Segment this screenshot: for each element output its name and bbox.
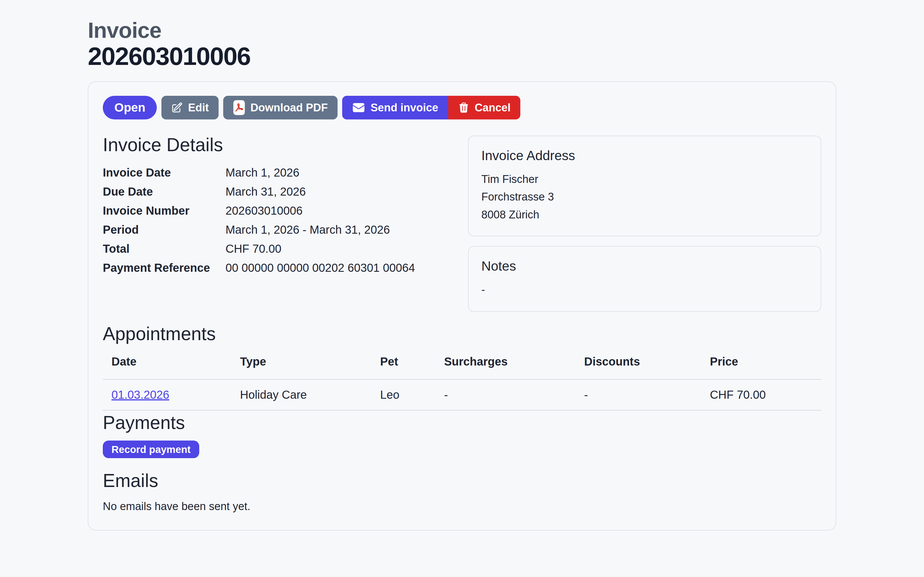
appointment-type-cell: Holiday Care (231, 379, 372, 410)
column-header-date: Date (103, 355, 231, 379)
send-invoice-button-label: Send invoice (370, 102, 438, 114)
invoice-address-heading: Invoice Address (481, 148, 808, 163)
detail-value: March 31, 2026 (226, 186, 306, 198)
detail-label: Invoice Number (103, 205, 226, 217)
payments-section: Payments Record payment (103, 413, 821, 458)
appointment-surcharges-cell: - (435, 379, 575, 410)
download-pdf-button[interactable]: Download PDF (223, 96, 338, 119)
appointments-section: Appointments Date Type Pet Surcharges Di… (103, 324, 821, 411)
appointments-header-row: Date Type Pet Surcharges Discounts Price (103, 355, 821, 379)
envelope-icon (352, 101, 365, 114)
emails-empty-message: No emails have been sent yet. (103, 500, 821, 513)
column-header-pet: Pet (372, 355, 435, 379)
address-line-city: 8008 Zürich (481, 206, 808, 224)
invoice-page: Invoice 202603010006 Open Edit (88, 0, 836, 530)
emails-section: Emails No emails have been sent yet. (103, 471, 821, 513)
detail-label: Invoice Date (103, 167, 226, 179)
detail-row-invoice-date: Invoice Date March 1, 2026 (103, 167, 453, 179)
invoice-address-card: Invoice Address Tim Fischer Forchstrasse… (468, 135, 821, 236)
notes-content: - (481, 281, 808, 299)
detail-value: March 1, 2026 - March 31, 2026 (226, 224, 390, 236)
invoice-detail-rows: Invoice Date March 1, 2026 Due Date Marc… (103, 167, 453, 274)
invoice-details-section: Invoice Details Invoice Date March 1, 20… (103, 135, 453, 312)
detail-label: Total (103, 243, 226, 255)
detail-label: Period (103, 224, 226, 236)
address-line-street: Forchstrasse 3 (481, 188, 808, 206)
emails-heading: Emails (103, 471, 821, 490)
appointments-table: Date Type Pet Surcharges Discounts Price… (103, 355, 821, 411)
detail-label: Payment Reference (103, 262, 226, 274)
notes-card: Notes - (468, 246, 821, 312)
appointments-heading: Appointments (103, 324, 821, 343)
appointment-date-link[interactable]: 01.03.2026 (111, 388, 169, 401)
download-pdf-button-label: Download PDF (250, 102, 328, 114)
payments-heading: Payments (103, 413, 821, 432)
edit-button[interactable]: Edit (162, 96, 218, 119)
status-badge: Open (103, 96, 157, 119)
detail-row-invoice-number: Invoice Number 202603010006 (103, 205, 453, 217)
detail-value: CHF 70.00 (226, 243, 281, 255)
page-title: Invoice (88, 18, 836, 42)
details-columns: Invoice Details Invoice Date March 1, 20… (103, 135, 821, 312)
appointment-discounts-cell: - (575, 379, 701, 410)
detail-row-period: Period March 1, 2026 - March 31, 2026 (103, 224, 453, 236)
record-payment-button-label: Record payment (111, 444, 191, 455)
invoice-number-title: 202603010006 (88, 42, 836, 70)
send-invoice-button[interactable]: Send invoice (342, 96, 448, 119)
pencil-square-icon (171, 102, 183, 113)
edit-button-label: Edit (188, 102, 209, 114)
notes-heading: Notes (481, 259, 808, 274)
pdf-file-icon (233, 100, 245, 115)
detail-value: 202603010006 (226, 205, 303, 217)
status-label: Open (114, 101, 145, 114)
detail-value: March 1, 2026 (226, 167, 299, 179)
trash-icon (458, 102, 470, 113)
appointment-date-cell: 01.03.2026 (103, 379, 231, 410)
column-header-surcharges: Surcharges (435, 355, 575, 379)
toolbar: Open Edit Download PDF (103, 96, 821, 119)
invoice-card: Open Edit Download PDF (88, 81, 836, 530)
record-payment-button[interactable]: Record payment (103, 440, 199, 458)
side-cards: Invoice Address Tim Fischer Forchstrasse… (468, 135, 821, 312)
appointment-row: 01.03.2026 Holiday Care Leo - - CHF 70.0… (103, 379, 821, 410)
detail-label: Due Date (103, 186, 226, 198)
invoice-details-heading: Invoice Details (103, 135, 453, 154)
detail-row-payment-reference: Payment Reference 00 00000 00000 00202 6… (103, 262, 453, 274)
cancel-button-label: Cancel (475, 102, 511, 114)
detail-row-total: Total CHF 70.00 (103, 243, 453, 255)
send-cancel-button-group: Send invoice Cancel (342, 96, 520, 119)
column-header-price: Price (701, 355, 821, 379)
cancel-button[interactable]: Cancel (448, 96, 521, 119)
appointment-pet-cell: Leo (372, 379, 435, 410)
column-header-discounts: Discounts (575, 355, 701, 379)
appointment-price-cell: CHF 70.00 (701, 379, 821, 410)
column-header-type: Type (231, 355, 372, 379)
detail-row-due-date: Due Date March 31, 2026 (103, 186, 453, 198)
detail-value: 00 00000 00000 00202 60301 00064 (226, 262, 415, 274)
address-line-name: Tim Fischer (481, 171, 808, 189)
